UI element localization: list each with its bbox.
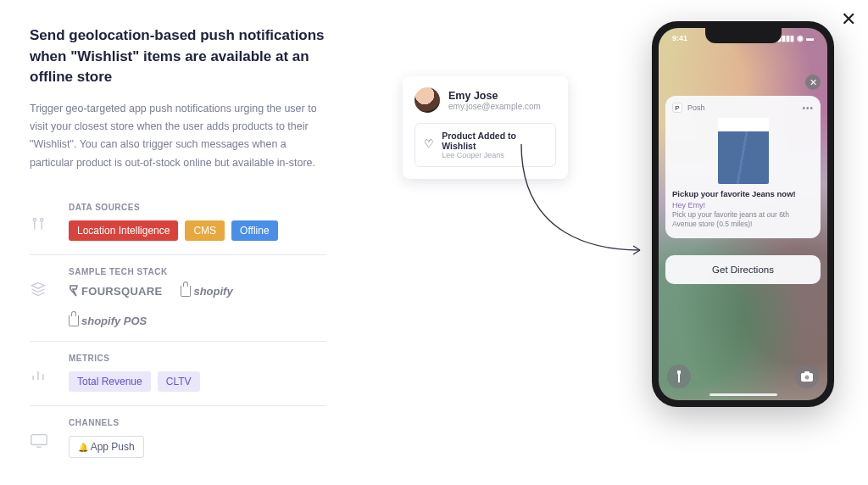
pill-offline[interactable]: Offline — [231, 220, 277, 241]
pill-cltv[interactable]: CLTV — [158, 371, 200, 392]
camera-button[interactable] — [795, 365, 819, 388]
detail-description: Trigger geo-targeted app push notificati… — [30, 100, 326, 172]
logo-shopify: shopify — [181, 285, 232, 298]
metrics-icon — [30, 354, 53, 392]
event-title: Product Added to Wishlist — [442, 131, 547, 151]
section-tech-stack: SAMPLE TECH STACK FOURSQUARE shopify sho… — [30, 255, 326, 342]
notification-title: Pickup your favorite Jeans now! — [672, 189, 814, 198]
logo-foursquare: FOURSQUARE — [69, 285, 162, 298]
preview-panel: ✕ Emy Jose emy.jose@example.com Product … — [348, 0, 868, 485]
channels-label: CHANNELS — [69, 418, 326, 427]
event-sub: Lee Cooper Jeans — [442, 151, 547, 159]
pill-app-push[interactable]: 🔔 App Push — [69, 436, 144, 458]
svg-point-4 — [805, 376, 810, 380]
notification-greeting: Hey Emy! — [672, 201, 814, 209]
svg-rect-2 — [31, 435, 47, 445]
notification-body: Pick up your favorite jeans at our 6th A… — [672, 210, 814, 230]
pill-cms[interactable]: CMS — [185, 220, 225, 241]
tech-stack-label: SAMPLE TECH STACK — [69, 267, 326, 276]
heart-icon — [424, 139, 435, 151]
battery-icon: ▬ — [806, 34, 814, 42]
home-indicator[interactable] — [709, 393, 777, 396]
svg-point-0 — [33, 218, 36, 220]
section-channels: CHANNELS 🔔 App Push — [30, 406, 326, 471]
section-metrics: METRICS Total Revenue CLTV — [30, 342, 326, 406]
close-button[interactable]: ✕ — [841, 8, 856, 31]
channels-icon — [30, 418, 53, 458]
logo-shopify-pos: shopify POS — [69, 315, 326, 327]
metrics-label: METRICS — [69, 354, 326, 363]
event-row: Product Added to Wishlist Lee Cooper Jea… — [415, 123, 556, 167]
data-sources-label: DATA SOURCES — [69, 203, 326, 212]
tech-stack-icon — [30, 267, 53, 327]
detail-title: Send geolocation-based push notification… — [30, 25, 326, 88]
bell-icon: 🔔 — [78, 443, 88, 452]
user-name: Emy Jose — [448, 90, 541, 102]
user-event-card: Emy Jose emy.jose@example.com Product Ad… — [403, 76, 568, 179]
wifi-icon: ◉ — [797, 34, 804, 42]
app-icon: P — [672, 103, 682, 113]
product-image — [718, 118, 769, 184]
detail-panel: Send geolocation-based push notification… — [0, 0, 348, 485]
notification-more-icon[interactable]: ••• — [802, 103, 814, 113]
notification-dismiss[interactable]: ✕ — [805, 75, 821, 90]
svg-point-1 — [41, 218, 43, 220]
flashlight-button[interactable] — [667, 365, 691, 388]
app-name: Posh — [687, 103, 705, 112]
svg-rect-5 — [804, 371, 810, 374]
pill-total-revenue[interactable]: Total Revenue — [69, 371, 151, 392]
get-directions-button[interactable]: Get Directions — [665, 255, 821, 284]
avatar — [415, 87, 440, 113]
notification-card[interactable]: P Posh ••• Pickup your favorite Jeans no… — [665, 96, 821, 238]
data-sources-icon — [30, 203, 53, 241]
phone-mockup: 9:41 ▮▮▮▮ ◉ ▬ ✕ P Posh ••• — [652, 21, 834, 407]
status-time: 9:41 — [672, 34, 687, 42]
user-email: emy.jose@example.com — [448, 102, 541, 111]
pill-location-intelligence[interactable]: Location Intelligence — [69, 220, 178, 241]
section-data-sources: DATA SOURCES Location Intelligence CMS O… — [30, 191, 326, 255]
